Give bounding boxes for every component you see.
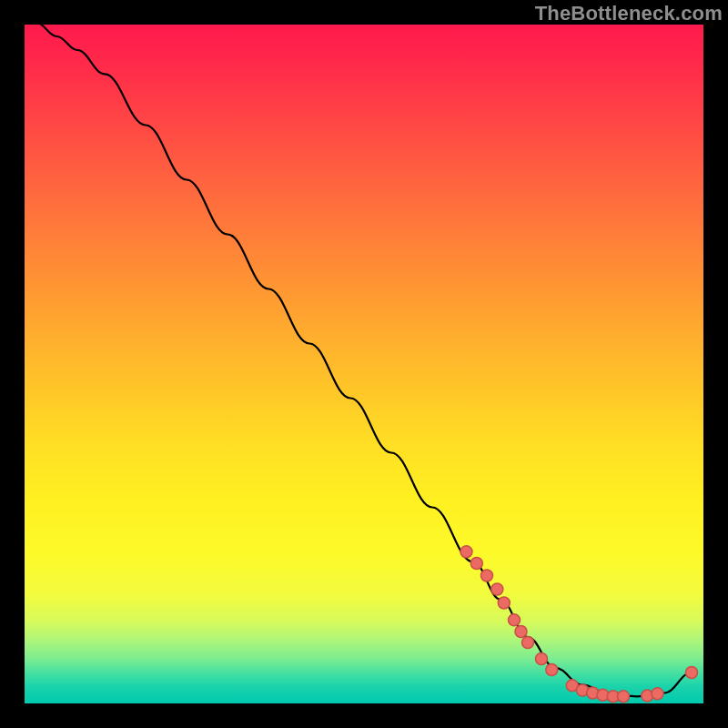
chart-overlay	[23, 23, 705, 705]
data-point-marker	[491, 583, 503, 595]
data-point-marker	[522, 637, 534, 649]
plot-area	[23, 23, 705, 705]
data-point-marker	[546, 664, 558, 676]
data-point-marker	[481, 570, 493, 581]
data-point-marker	[509, 614, 521, 626]
data-point-marker	[686, 667, 698, 679]
data-point-marker	[652, 688, 663, 700]
chart-stage: TheBottleneck.com	[0, 0, 728, 728]
data-point-marker	[536, 653, 548, 665]
data-point-marker	[460, 546, 472, 558]
data-point-marker	[618, 691, 630, 703]
data-point-marker	[515, 626, 527, 638]
data-point-marker	[470, 558, 482, 570]
data-point-marker	[498, 597, 510, 609]
bottleneck-curve	[36, 23, 692, 696]
curve-markers	[460, 546, 698, 703]
